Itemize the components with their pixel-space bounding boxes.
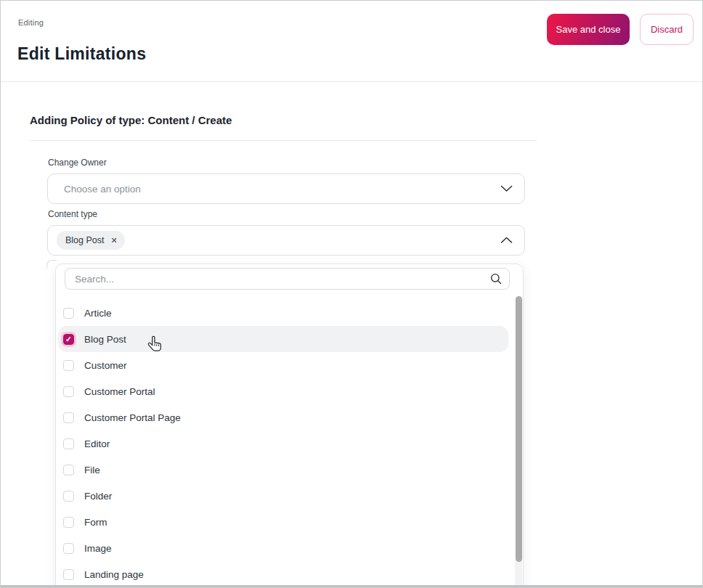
- save-and-close-button[interactable]: Save and close: [547, 14, 630, 45]
- search-field: [65, 268, 510, 290]
- chevron-up-icon: [500, 237, 513, 244]
- option-label: File: [84, 465, 100, 475]
- change-owner-select[interactable]: Choose an option: [47, 173, 525, 204]
- content-type-dropdown: ✓ Article ✓ Blog Post ✓ Customer ✓: [55, 264, 524, 588]
- option-checkbox[interactable]: ✓: [63, 308, 74, 319]
- option-checkbox[interactable]: ✓: [63, 517, 74, 528]
- option-row[interactable]: ✓ Customer Portal Page: [58, 404, 508, 430]
- search-input[interactable]: [65, 269, 490, 289]
- option-label: Landing page: [84, 569, 144, 580]
- page-title: Edit Limitations: [17, 44, 146, 64]
- page-header: Editing Edit Limitations Save and close …: [1, 1, 702, 82]
- option-checkbox[interactable]: ✓: [63, 543, 74, 554]
- option-checkbox[interactable]: ✓: [63, 491, 74, 502]
- option-label: Article: [84, 308, 112, 319]
- content-type-label: Content type: [48, 209, 97, 219]
- option-row[interactable]: ✓ Customer: [58, 352, 508, 378]
- checkmark-icon: ✓: [65, 335, 72, 343]
- option-label: Customer: [84, 360, 127, 371]
- change-owner-placeholder: Choose an option: [64, 184, 141, 195]
- section-divider: [30, 140, 537, 141]
- chip-label: Blog Post: [65, 235, 105, 245]
- dropdown-scrollbar[interactable]: [515, 296, 522, 588]
- blog-post-chip: Blog Post ✕: [57, 231, 125, 250]
- option-checkbox[interactable]: ✓: [63, 360, 74, 371]
- option-row[interactable]: ✓ Editor: [58, 430, 508, 457]
- option-checkbox[interactable]: ✓: [63, 412, 74, 423]
- scrollbar-thumb[interactable]: [516, 296, 522, 562]
- search-icon: [490, 273, 502, 285]
- option-label: Folder: [84, 491, 112, 502]
- option-row[interactable]: ✓ Form: [58, 509, 508, 535]
- app-window: Editing Edit Limitations Save and close …: [0, 0, 703, 588]
- chevron-down-icon: [500, 185, 513, 192]
- discard-button[interactable]: Discard: [640, 14, 694, 45]
- option-label: Form: [84, 517, 107, 528]
- option-row[interactable]: ✓ Blog Post: [58, 326, 508, 352]
- option-checkbox[interactable]: ✓: [63, 569, 74, 580]
- editing-status-label: Editing: [18, 18, 44, 27]
- option-row[interactable]: ✓ Article: [58, 300, 508, 326]
- option-checkbox[interactable]: ✓: [63, 386, 74, 397]
- policy-section-heading: Adding Policy of type: Content / Create: [30, 114, 232, 126]
- option-row[interactable]: ✓ Folder: [58, 483, 508, 509]
- change-owner-label: Change Owner: [48, 158, 107, 168]
- option-checkbox[interactable]: ✓: [63, 465, 74, 475]
- option-row[interactable]: ✓ File: [58, 457, 508, 483]
- option-row[interactable]: ✓ Image: [58, 535, 508, 561]
- option-label: Customer Portal Page: [84, 412, 181, 423]
- option-row[interactable]: ✓ Customer Portal: [58, 378, 508, 404]
- option-checkbox[interactable]: ✓: [63, 334, 74, 345]
- remove-chip-icon[interactable]: ✕: [111, 237, 118, 245]
- option-row[interactable]: ✓ Landing page: [58, 561, 508, 587]
- option-label: Blog Post: [84, 334, 126, 345]
- option-checkbox[interactable]: ✓: [63, 438, 74, 449]
- window-bottom-edge: [1, 585, 702, 587]
- option-list: ✓ Article ✓ Blog Post ✓ Customer ✓: [58, 300, 508, 587]
- option-label: Customer Portal: [84, 386, 155, 397]
- content-type-multiselect[interactable]: Blog Post ✕: [47, 225, 525, 256]
- option-label: Image: [84, 543, 112, 554]
- option-label: Editor: [84, 438, 110, 449]
